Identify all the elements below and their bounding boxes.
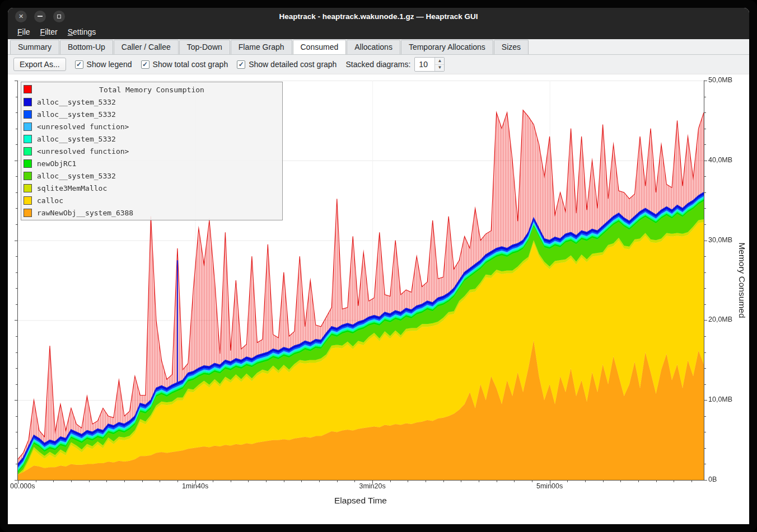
- menu-filter[interactable]: Filter: [35, 26, 63, 38]
- y-tick-label: 40,0MB: [708, 156, 732, 164]
- checkbox-show-legend[interactable]: ✓Show legend: [75, 60, 132, 69]
- x-tick-label: 00.000s: [10, 482, 35, 490]
- legend-swatch: [24, 184, 32, 192]
- legend-label: newObjRC1: [37, 159, 76, 168]
- checkbox-show-detailed-cost-graph[interactable]: ✓Show detailed cost graph: [237, 60, 337, 69]
- legend-item: alloc__system_5332: [21, 108, 282, 120]
- tab-caller-callee[interactable]: Caller / Callee: [114, 40, 179, 54]
- legend-swatch: [24, 209, 32, 217]
- tab-consumed[interactable]: Consumed: [293, 40, 347, 54]
- toolbar: Export As... ✓Show legend✓Show total cos…: [8, 55, 749, 74]
- spinbox-value[interactable]: 10: [415, 58, 434, 71]
- legend-label: <unresolved function>: [37, 123, 129, 131]
- desktop-background: ✕ Heaptrack - heaptrack.wakunode.1.gz — …: [0, 0, 757, 532]
- spin-up-button[interactable]: ▲: [435, 58, 444, 65]
- spin-down-button[interactable]: ▼: [435, 65, 444, 72]
- legend-item: newObjRC1: [21, 157, 282, 170]
- checkbox-label: Show total cost graph: [153, 60, 228, 69]
- x-tick-label: 5min00s: [536, 482, 563, 490]
- legend-label: alloc__system_5332: [37, 110, 116, 119]
- legend-swatch: [24, 85, 32, 93]
- legend-swatch: [24, 147, 32, 156]
- checkbox-indicator[interactable]: ✓: [75, 60, 83, 69]
- close-icon: ✕: [18, 13, 24, 20]
- tab-top-down[interactable]: Top-Down: [179, 40, 230, 54]
- legend-swatch: [24, 172, 32, 180]
- tab-flame-graph[interactable]: Flame Graph: [231, 40, 292, 54]
- legend-swatch: [24, 196, 32, 205]
- legend-label: calloc: [37, 196, 63, 205]
- minimize-button[interactable]: [34, 11, 46, 22]
- legend-swatch: [24, 159, 32, 168]
- menu-bar: FileFilterSettings: [8, 25, 749, 39]
- checkbox-group: ✓Show legend✓Show total cost graph✓Show …: [75, 60, 337, 69]
- legend-label: alloc__system_5332: [37, 172, 116, 180]
- spin-down-icon: ▼: [437, 65, 442, 70]
- legend-title: Total Memory Consumption: [24, 86, 280, 94]
- legend-item: alloc__system_5332: [21, 133, 282, 145]
- x-tick-label: 1min40s: [182, 482, 208, 490]
- legend-swatch: [24, 110, 32, 119]
- tab-allocations[interactable]: Allocations: [347, 40, 400, 54]
- maximize-icon: [57, 15, 61, 18]
- legend-item: calloc: [21, 194, 282, 206]
- legend-swatch: [24, 98, 32, 106]
- menu-settings[interactable]: Settings: [63, 26, 101, 38]
- close-button[interactable]: ✕: [15, 11, 27, 22]
- legend-swatch: [24, 135, 32, 143]
- legend-label: sqlite3MemMalloc: [37, 184, 107, 192]
- checkbox-label: Show detailed cost graph: [249, 60, 337, 69]
- y-tick-label: 30,0MB: [708, 236, 732, 244]
- legend-item: sqlite3MemMalloc: [21, 182, 282, 194]
- y-tick-label: 0B: [708, 475, 717, 483]
- checkbox-label: Show legend: [87, 60, 132, 69]
- legend-item: alloc__system_5332: [21, 170, 282, 182]
- title-bar[interactable]: ✕ Heaptrack - heaptrack.wakunode.1.gz — …: [8, 8, 749, 25]
- y-tick-label: 50,0MB: [708, 76, 732, 84]
- tab-bar: SummaryBottom-UpCaller / CalleeTop-DownF…: [8, 39, 749, 55]
- minimize-icon: [38, 16, 43, 17]
- stacked-diagrams-label: Stacked diagrams:: [345, 60, 410, 69]
- tab-bottom-up[interactable]: Bottom-Up: [60, 40, 113, 54]
- legend-label: alloc__system_5332: [37, 98, 116, 106]
- x-axis-title: Elapsed Time: [8, 496, 713, 506]
- legend-label: <unresolved function>: [37, 147, 129, 156]
- stacked-diagrams-spinbox[interactable]: 10 ▲ ▼: [414, 57, 445, 72]
- legend-label: rawNewObj__system_6388: [37, 209, 133, 217]
- legend-label: alloc__system_5332: [37, 135, 116, 143]
- maximize-button[interactable]: [53, 11, 65, 22]
- app-window: ✕ Heaptrack - heaptrack.wakunode.1.gz — …: [8, 8, 749, 524]
- window-title: Heaptrack - heaptrack.wakunode.1.gz — He…: [8, 12, 749, 21]
- tab-sizes[interactable]: Sizes: [494, 40, 529, 54]
- checkbox-indicator[interactable]: ✓: [141, 60, 149, 69]
- checkbox-show-total-cost-graph[interactable]: ✓Show total cost graph: [141, 60, 228, 69]
- y-tick-label: 20,0MB: [708, 316, 732, 323]
- y-tick-label: 10,0MB: [708, 396, 732, 403]
- x-tick-label: 3min20s: [359, 482, 385, 490]
- stacked-diagrams-group: Stacked diagrams: 10 ▲ ▼: [345, 57, 445, 72]
- legend-item: <unresolved function>: [21, 120, 282, 133]
- tab-summary[interactable]: Summary: [10, 40, 59, 54]
- menu-file[interactable]: File: [12, 26, 35, 38]
- checkbox-indicator[interactable]: ✓: [237, 60, 245, 69]
- legend-item: rawNewObj__system_6388: [21, 206, 282, 219]
- spin-up-icon: ▲: [437, 59, 442, 63]
- chart-legend: Total Memory Consumptionalloc__system_53…: [21, 82, 283, 220]
- legend-item: <unresolved function>: [21, 145, 282, 157]
- y-axis-title: Memory Consumed: [737, 242, 747, 318]
- legend-swatch: [24, 123, 32, 131]
- tab-temporary-allocations[interactable]: Temporary Allocations: [401, 40, 493, 54]
- legend-title-row: Total Memory Consumption: [21, 83, 282, 96]
- legend-item: alloc__system_5332: [21, 96, 282, 108]
- memory-consumption-chart: Total Memory Consumptionalloc__system_53…: [8, 74, 749, 524]
- export-as-button[interactable]: Export As...: [13, 58, 66, 71]
